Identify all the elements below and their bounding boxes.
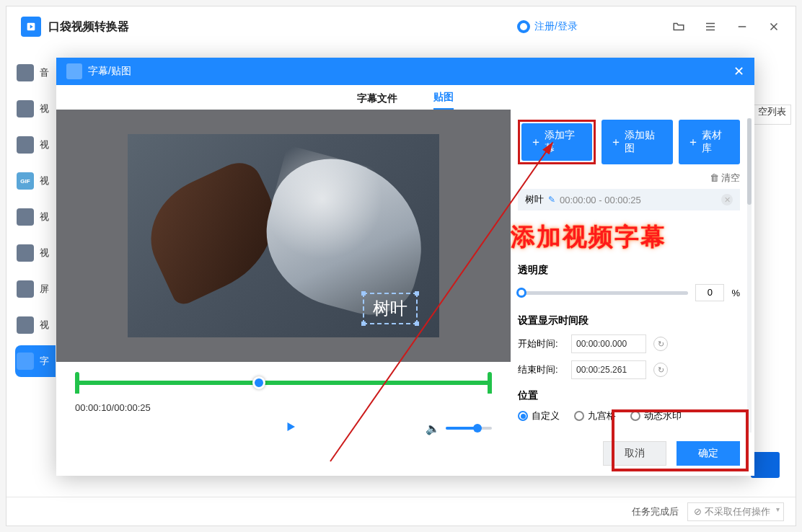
annotation-text: 添加视频字幕	[511, 221, 740, 254]
time-display: 00:00:10/00:00:25	[56, 399, 511, 413]
start-time-input[interactable]	[571, 334, 646, 353]
sidebar-item-video2[interactable]: 视	[15, 129, 56, 161]
clear-list-button[interactable]: 空列表	[753, 105, 791, 125]
user-icon	[517, 20, 530, 33]
app-title: 口袋视频转换器	[48, 19, 129, 35]
plus-icon: ＋	[687, 135, 699, 150]
svg-marker-2	[288, 422, 296, 431]
modal-footer: 取消 确定	[603, 441, 740, 466]
bottom-bar: 任务完成后 ⊘ 不采取任何操作	[6, 497, 796, 526]
login-link[interactable]: 注册/登录	[517, 20, 578, 33]
window-controls	[671, 19, 781, 34]
settings-scrollbar[interactable]	[747, 118, 752, 433]
subtitle-modal: 字幕/贴图 ✕ 字幕文件 贴图 树叶	[56, 58, 754, 476]
material-library-button[interactable]: ＋素材库	[679, 120, 740, 164]
plus-icon: ＋	[610, 135, 622, 150]
modal-tabs: 字幕文件 贴图	[56, 85, 754, 110]
sidebar-item-screen[interactable]: 屏	[15, 273, 56, 305]
position-grid-radio[interactable]: 九宫格	[574, 409, 616, 422]
opacity-label: 透明度	[518, 264, 740, 277]
opacity-unit: %	[731, 288, 740, 298]
volume-icon: 🔈	[426, 422, 440, 435]
sidebar: 音 视 视 GIF视 视 视 屏 视 字	[6, 57, 56, 526]
sidebar-item-video4[interactable]: 视	[15, 201, 56, 233]
playhead-knob[interactable]	[252, 376, 265, 389]
trim-handle-right[interactable]	[488, 372, 492, 394]
cancel-button[interactable]: 取消	[603, 441, 666, 466]
subtitle-item-name: 树叶	[525, 193, 544, 206]
modal-titlebar: 字幕/贴图 ✕	[56, 58, 754, 85]
start-time-picker-icon[interactable]: ↻	[653, 337, 668, 351]
delete-subtitle-icon[interactable]: ✕	[721, 194, 733, 205]
start-time-label: 开始时间:	[518, 337, 564, 350]
login-label: 注册/登录	[534, 20, 578, 33]
preview-stage: 树叶	[56, 110, 511, 362]
add-sticker-button[interactable]: ＋添加贴图	[602, 120, 673, 164]
position-dynamic-radio[interactable]: 动态水印	[630, 409, 682, 422]
highlight-add-subtitle: ＋添加字幕	[518, 120, 596, 164]
modal-logo-icon	[66, 63, 82, 79]
time-range-label: 设置显示时间段	[518, 314, 740, 327]
minimize-button[interactable]	[735, 19, 749, 34]
clear-subtitles-button[interactable]: 🗑清空	[518, 172, 740, 185]
opacity-value[interactable]: 0	[695, 284, 724, 301]
sidebar-item-gif[interactable]: GIF视	[15, 165, 56, 197]
preview-image[interactable]: 树叶	[128, 134, 439, 337]
task-after-label: 任务完成后	[632, 505, 679, 518]
sidebar-item-audio[interactable]: 音	[15, 57, 56, 89]
position-custom-radio[interactable]: 自定义	[518, 409, 560, 422]
modal-title-text: 字幕/贴图	[88, 65, 131, 78]
sidebar-item-subtitle[interactable]: 字	[15, 345, 56, 377]
trim-bar[interactable]	[56, 362, 511, 399]
volume-control[interactable]: 🔈	[426, 422, 492, 435]
play-button[interactable]	[284, 420, 297, 436]
trim-handle-left[interactable]	[75, 372, 79, 394]
sidebar-item-video1[interactable]: 视	[15, 93, 56, 125]
subtitle-list-item[interactable]: 树叶 ✎ 00:00:00 - 00:00:25 ✕	[518, 189, 740, 210]
position-label: 位置	[518, 389, 740, 402]
opacity-slider[interactable]	[518, 291, 688, 295]
edit-icon[interactable]: ✎	[548, 195, 555, 205]
end-time-label: 结束时间:	[518, 363, 564, 376]
plus-icon: ＋	[530, 135, 542, 150]
subtitle-text: 树叶	[373, 298, 407, 318]
app-logo-icon	[21, 17, 41, 37]
close-button[interactable]	[767, 19, 781, 34]
modal-close-button[interactable]: ✕	[733, 63, 744, 79]
end-time-input[interactable]	[571, 360, 646, 379]
post-task-select[interactable]: ⊘ 不采取任何操作	[687, 502, 784, 521]
main-header: 口袋视频转换器 注册/登录	[6, 6, 796, 47]
sidebar-item-video5[interactable]: 视	[15, 237, 56, 269]
end-time-picker-icon[interactable]: ↻	[653, 363, 668, 377]
menu-button[interactable]	[703, 19, 718, 34]
settings-column: ＋添加字幕 ＋添加贴图 ＋素材库 🗑清空 树叶 ✎ 00:00:00 - 00:…	[511, 110, 754, 476]
add-subtitle-button[interactable]: ＋添加字幕	[521, 123, 592, 161]
sidebar-item-video7[interactable]: 视	[15, 309, 56, 341]
tab-sticker[interactable]: 贴图	[433, 91, 454, 110]
main-action-button[interactable]	[751, 452, 780, 478]
tab-subtitle-file[interactable]: 字幕文件	[357, 92, 397, 110]
folder-button[interactable]	[671, 19, 686, 34]
preview-column: 树叶 00:00:10/00:00:25 🔈	[56, 110, 511, 476]
ok-button[interactable]: 确定	[677, 441, 740, 466]
subtitle-overlay[interactable]: 树叶	[363, 293, 418, 324]
